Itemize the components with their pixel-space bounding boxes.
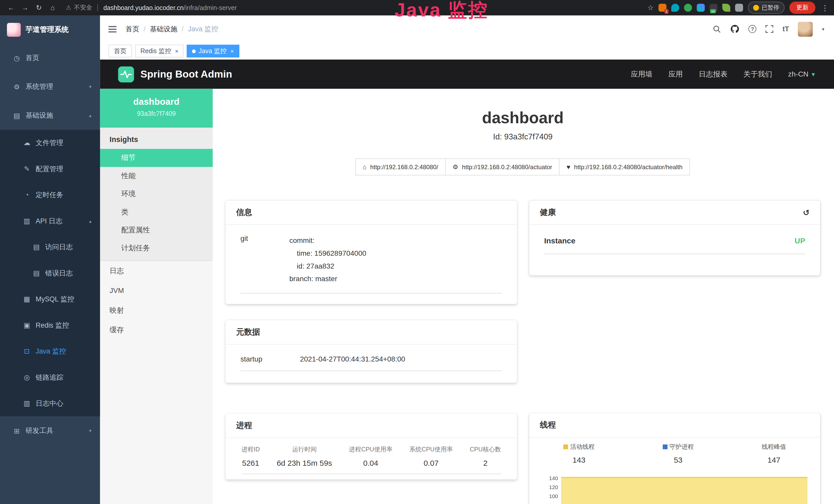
health-url-button[interactable]: ♥ http://192.168.0.2:48080/actuator/heal… (559, 158, 690, 175)
sidebar-item-api-logs[interactable]: ▥ API 日志 ▴ (0, 208, 100, 234)
sidebar-item-system-mgmt[interactable]: ⚙ 系统管理 ▾ (0, 72, 100, 101)
cloud-icon: ☁ (21, 139, 32, 146)
sidebar-item-dev-tools[interactable]: ⊞ 研发工具 ▾ (0, 416, 100, 445)
breadcrumb-infrastructure[interactable]: 基础设施 (150, 24, 177, 33)
chart-plot-area (561, 474, 810, 504)
sba-item-environment[interactable]: 环境 (100, 185, 213, 203)
user-avatar[interactable] (798, 22, 813, 37)
y-tick: 140 (540, 474, 558, 483)
sidebar-item-tracing[interactable]: ◎ 链路追踪 (0, 364, 100, 390)
sba-item-metrics[interactable]: 性能 (100, 167, 213, 185)
sidebar-item-redis-monitor[interactable]: ▣ Redis 监控 (0, 312, 100, 338)
menu-label: MySQL 监控 (36, 294, 74, 304)
row-label: startup (240, 355, 300, 363)
cards-column-right: 健康 ↺ Instance UP (529, 201, 820, 504)
security-chip[interactable]: ⚠ 不安全 (66, 4, 92, 12)
extension-drop-icon[interactable] (671, 4, 679, 12)
sba-item-mappings[interactable]: 映射 (100, 300, 213, 320)
extension-on-badge: on (710, 9, 716, 13)
extension-switch-icon[interactable]: on (709, 4, 717, 12)
bookmark-star-icon[interactable]: ☆ (648, 4, 654, 12)
close-icon[interactable]: × (231, 48, 234, 54)
sba-nav-applications[interactable]: 应用 (668, 69, 683, 79)
actuator-url-button[interactable]: ⚙ http://192.168.0.2:48080/actuator (445, 158, 560, 175)
table-row: git commit: time: 1596289704000 id: 27aa… (240, 234, 502, 294)
github-icon[interactable] (730, 24, 740, 33)
sidebar-item-error-logs[interactable]: ▤ 错误日志 (0, 260, 100, 286)
sba-item-config-props[interactable]: 配置属性 (100, 221, 213, 239)
paused-badge[interactable]: 已暂停 (748, 2, 785, 14)
sidebar-item-java-monitor[interactable]: ⊡ Java 监控 (0, 338, 100, 364)
tab-home[interactable]: 首页 (108, 45, 132, 58)
extensions-puzzle-icon[interactable] (735, 4, 743, 12)
extension-green-circle-icon[interactable] (684, 4, 692, 12)
sidebar-item-home[interactable]: ◷ 首页 (0, 44, 100, 72)
extension-fox-icon[interactable]: 1 (659, 4, 666, 12)
sidebar-item-access-logs[interactable]: ▤ 访问日志 (0, 234, 100, 260)
chrome-update-button[interactable]: 更新 (789, 2, 815, 14)
menu-label: 链路追踪 (36, 372, 63, 382)
sba-brand[interactable]: Spring Boot Admin (140, 68, 232, 80)
avatar-caret-icon[interactable]: ▾ (822, 26, 824, 32)
history-icon[interactable]: ↺ (803, 208, 810, 217)
menu-label: 研发工具 (25, 426, 53, 435)
sba-item-caches[interactable]: 缓存 (100, 320, 213, 340)
breadcrumb-separator: / (144, 25, 146, 33)
gear-icon: ⚙ (11, 83, 22, 91)
home-icon[interactable]: ⌂ (46, 4, 60, 12)
sidebar-item-scheduled-jobs[interactable]: ◔ 定时任务 (0, 182, 100, 208)
menu-label: Java 监控 (36, 346, 66, 356)
layers-icon: ▣ (21, 321, 32, 329)
sba-nav-journal[interactable]: 日志报表 (699, 69, 727, 79)
help-icon[interactable]: ? (748, 25, 756, 33)
forward-icon[interactable]: → (18, 4, 32, 12)
search-icon[interactable] (713, 25, 721, 33)
sidebar-item-file-mgmt[interactable]: ☁ 文件管理 (0, 130, 100, 156)
eye-icon: ◎ (21, 373, 32, 381)
reload-icon[interactable]: ↻ (32, 4, 46, 12)
browser-menu-icon[interactable]: ⋮ (820, 3, 830, 12)
card-title: 健康 (540, 207, 556, 217)
sba-item-classes[interactable]: 类 (100, 203, 213, 221)
sba-item-logs[interactable]: 日志 (100, 261, 213, 281)
tabs-bar: 首页 Redis 监控 × Java 监控 × (100, 43, 834, 60)
font-size-icon[interactable]: tT (783, 25, 789, 33)
sba-nav-wallboard[interactable]: 应用墙 (631, 69, 652, 79)
admin-sidebar: 芋道管理系统 ◷ 首页 ⚙ 系统管理 ▾ ▤ 基础设施 ▴ ☁ 文件管理 (0, 16, 100, 504)
fullscreen-icon[interactable] (765, 25, 773, 33)
breadcrumb-home[interactable]: 首页 (126, 24, 139, 33)
sidebar-item-config-mgmt[interactable]: ✎ 配置管理 (0, 156, 100, 182)
sba-header: Spring Boot Admin 应用墙 应用 日志报表 关于我们 zh-CN… (100, 60, 834, 89)
chevron-down-icon: ▾ (812, 70, 815, 78)
sba-item-details[interactable]: 细节 (100, 149, 213, 167)
menu-label: 访问日志 (45, 242, 73, 252)
back-icon[interactable]: ← (4, 4, 18, 12)
sidebar-item-log-center[interactable]: ▥ 日志中心 (0, 390, 100, 416)
sba-nav-about[interactable]: 关于我们 (743, 69, 772, 79)
tab-redis-monitor[interactable]: Redis 监控 × (135, 45, 184, 58)
process-col-proc-cpu: 进程CPU使用率 0.04 (349, 445, 393, 467)
close-icon[interactable]: × (175, 48, 178, 54)
threads-card-body: 活动线程 143 守护进程 (529, 437, 820, 504)
sba-item-jvm[interactable]: JVM (100, 281, 213, 300)
git-id-line: id: 27aa832 (289, 260, 366, 273)
sba-item-scheduled-tasks[interactable]: 计划任务 (100, 239, 213, 257)
paused-label: 已暂停 (762, 4, 779, 12)
extension-leaf-icon[interactable] (722, 4, 730, 12)
collapse-sidebar-icon[interactable] (108, 26, 116, 32)
menu-label: 错误日志 (45, 268, 73, 278)
security-label: 不安全 (74, 4, 92, 12)
active-dot (192, 49, 196, 53)
menu-label: Redis 监控 (36, 320, 69, 330)
extension-grid-icon[interactable] (697, 4, 705, 12)
sidebar-item-mysql-monitor[interactable]: ▦ MySQL 监控 (0, 286, 100, 312)
metadata-card-body: startup 2021-04-27T00:44:31.254+08:00 (225, 345, 517, 383)
tab-java-monitor[interactable]: Java 监控 × (187, 45, 239, 58)
sba-locale-select[interactable]: zh-CN ▾ (788, 70, 815, 78)
sba-nav: 应用墙 应用 日志报表 关于我们 zh-CN ▾ (631, 69, 815, 79)
address-bar[interactable]: dashboard.yudao.iocoder.cn/infra/admin-s… (104, 4, 237, 12)
menu-label: 定时任务 (36, 190, 63, 200)
service-url-button[interactable]: ⌂ http://192.168.0.2:48080/ (355, 158, 446, 175)
sidebar-item-infrastructure[interactable]: ▤ 基础设施 ▴ (0, 101, 100, 130)
tab-label: 首页 (114, 46, 127, 55)
